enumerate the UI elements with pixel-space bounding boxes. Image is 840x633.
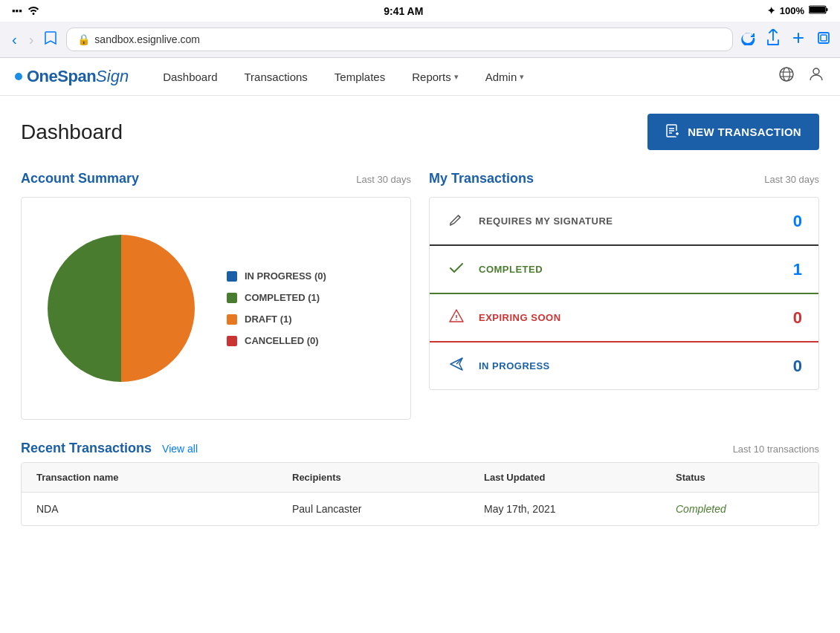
- svg-point-20: [456, 319, 457, 321]
- check-icon: [446, 259, 467, 279]
- wifi-icon: [27, 4, 40, 17]
- tx-requires-count: 0: [793, 212, 802, 231]
- forward-button[interactable]: ›: [26, 30, 37, 50]
- nav-right-icons: [778, 65, 825, 88]
- nav-transactions[interactable]: Transactions: [231, 66, 321, 88]
- pencil-icon: [446, 211, 467, 231]
- bookmark-icon: [42, 30, 59, 50]
- svg-point-11: [813, 68, 819, 74]
- two-column-layout: Account Summary Last 30 days: [21, 171, 819, 420]
- back-button[interactable]: ‹: [9, 30, 20, 50]
- lock-icon: 🔒: [77, 33, 90, 45]
- address-bar[interactable]: 🔒 sandbox.esignlive.com: [66, 27, 733, 51]
- reports-dropdown-arrow: ▾: [454, 72, 459, 82]
- legend-draft: DRAFT (1): [227, 314, 326, 325]
- legend-label-in-progress: IN PROGRESS (0): [245, 270, 326, 282]
- send-icon: [446, 356, 467, 376]
- logo-dot: [15, 73, 22, 80]
- legend-in-progress: IN PROGRESS (0): [227, 270, 326, 282]
- nav-admin[interactable]: Admin ▾: [472, 66, 538, 88]
- pie-chart: [39, 227, 203, 390]
- status-right: ✦ 100%: [767, 4, 828, 17]
- svg-rect-5: [818, 33, 829, 43]
- recent-transactions-table: Transaction name Recipients Last Updated…: [21, 462, 819, 526]
- bluetooth-icon: ✦: [767, 5, 775, 16]
- legend-color-draft: [227, 314, 237, 325]
- tx-requires-label: REQUIRES MY SIGNATURE: [479, 215, 781, 227]
- dashboard-header: Dashboard NEW TRANSACTION: [21, 114, 819, 150]
- my-transactions-header: My Transactions Last 30 days: [429, 171, 819, 186]
- battery-text: 100%: [780, 5, 804, 16]
- url-text: sandbox.esignlive.com: [94, 33, 200, 45]
- admin-dropdown-arrow: ▾: [520, 72, 524, 82]
- add-tab-icon[interactable]: [791, 30, 806, 49]
- tabs-icon[interactable]: [816, 30, 831, 49]
- reload-icon[interactable]: [740, 30, 755, 49]
- legend-label-cancelled: CANCELLED (0): [245, 335, 319, 346]
- transactions-card: REQUIRES MY SIGNATURE 0 COMPLETED 1: [429, 197, 819, 390]
- col-header-status: Status: [676, 472, 804, 483]
- time-display: 9:41 AM: [384, 5, 423, 17]
- globe-icon[interactable]: [778, 65, 795, 88]
- legend-completed: COMPLETED (1): [227, 292, 326, 303]
- logo-sign-text: Sign: [96, 67, 129, 86]
- row-name: NDA: [36, 503, 292, 515]
- table-header: Transaction name Recipients Last Updated…: [22, 463, 818, 493]
- my-transactions-title: My Transactions: [429, 171, 534, 186]
- svg-point-8: [784, 68, 790, 81]
- view-all-link[interactable]: View all: [162, 443, 198, 455]
- browser-actions: [740, 29, 831, 51]
- svg-point-7: [780, 68, 793, 81]
- logo-onespan-text: OneSpan: [27, 67, 96, 86]
- row-updated: May 17th, 2021: [484, 503, 676, 515]
- account-summary-title: Account Summary: [21, 171, 139, 186]
- legend-label-draft: DRAFT (1): [245, 314, 292, 325]
- account-summary-meta: Last 30 days: [356, 174, 411, 185]
- new-transaction-icon: [665, 123, 680, 141]
- recent-transactions-title: Recent Transactions: [21, 441, 152, 456]
- tx-completed-label: COMPLETED: [479, 264, 781, 275]
- legend-color-in-progress: [227, 271, 237, 282]
- col-header-updated: Last Updated: [484, 472, 676, 483]
- tx-row-requires[interactable]: REQUIRES MY SIGNATURE 0: [430, 198, 818, 246]
- recent-transactions-header: Recent Transactions View all Last 10 tra…: [21, 441, 819, 456]
- new-transaction-label: NEW TRANSACTION: [688, 126, 801, 138]
- tx-row-expiring[interactable]: EXPIRING SOON 0: [430, 294, 818, 343]
- tx-inprogress-count: 0: [793, 357, 802, 376]
- legend-color-completed: [227, 293, 237, 303]
- battery-icon: [809, 4, 828, 17]
- share-icon[interactable]: [766, 29, 781, 51]
- user-icon[interactable]: [807, 65, 825, 88]
- svg-rect-2: [826, 8, 828, 11]
- nav-reports[interactable]: Reports ▾: [398, 66, 472, 88]
- my-transactions-section: My Transactions Last 30 days REQUIRES MY…: [429, 171, 819, 420]
- logo: OneSpan Sign: [15, 67, 129, 86]
- browser-navigation: ‹ ›: [9, 30, 59, 50]
- legend-color-cancelled: [227, 336, 237, 346]
- status-left: ▪▪▪: [12, 4, 40, 17]
- tx-row-completed[interactable]: COMPLETED 1: [430, 246, 818, 294]
- recent-transactions-section: Recent Transactions View all Last 10 tra…: [21, 441, 819, 526]
- row-recipients: Paul Lancaster: [292, 503, 484, 515]
- nav-links: Dashboard Transactions Templates Reports…: [149, 66, 778, 88]
- app-navigation: OneSpan Sign Dashboard Transactions Temp…: [0, 58, 840, 96]
- status-bar: ▪▪▪ 9:41 AM ✦ 100%: [0, 0, 840, 22]
- table-row[interactable]: NDA Paul Lancaster May 17th, 2021 Comple…: [22, 493, 818, 525]
- col-header-recipients: Recipients: [292, 472, 484, 483]
- tx-expiring-count: 0: [793, 308, 802, 328]
- signal-icon: ▪▪▪: [12, 5, 22, 16]
- legend-cancelled: CANCELLED (0): [227, 335, 326, 346]
- svg-rect-1: [810, 7, 825, 13]
- row-status: Completed: [676, 503, 804, 515]
- page-title: Dashboard: [21, 120, 123, 144]
- summary-card: IN PROGRESS (0) COMPLETED (1) DRAFT (1) …: [21, 197, 411, 420]
- browser-bar: ‹ › 🔒 sandbox.esignlive.com: [0, 22, 840, 58]
- tx-row-inprogress[interactable]: IN PROGRESS 0: [430, 343, 818, 389]
- nav-dashboard[interactable]: Dashboard: [149, 66, 230, 88]
- new-transaction-button[interactable]: NEW TRANSACTION: [647, 114, 819, 150]
- col-header-name: Transaction name: [36, 472, 292, 483]
- nav-templates[interactable]: Templates: [321, 66, 398, 88]
- chart-legend: IN PROGRESS (0) COMPLETED (1) DRAFT (1) …: [227, 270, 326, 346]
- pie-svg: [39, 227, 203, 390]
- recent-transactions-meta: Last 10 transactions: [733, 444, 819, 455]
